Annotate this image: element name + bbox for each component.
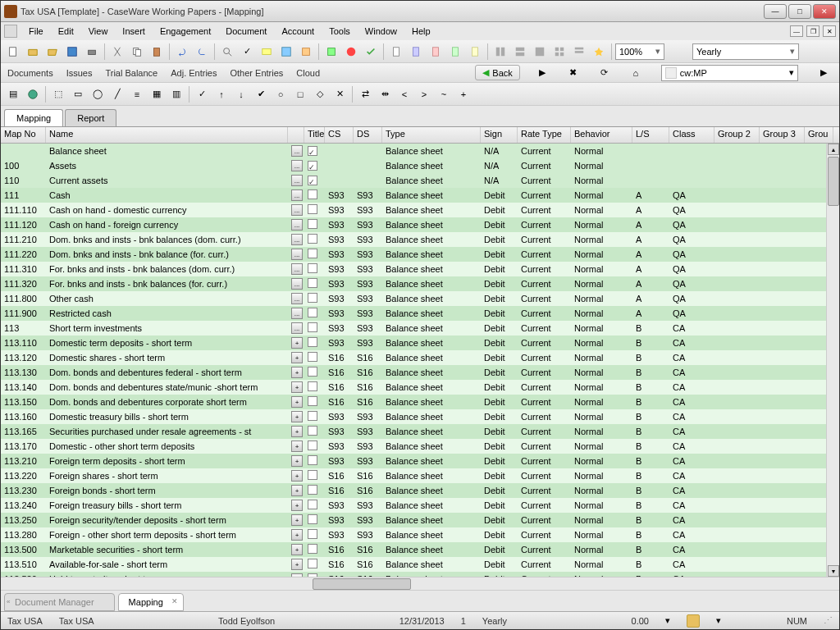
cell-cs[interactable]: S93 (325, 337, 354, 349)
col-behavior[interactable]: Behavior (571, 127, 632, 143)
cell-rate[interactable]: Current (518, 470, 571, 482)
cell-type[interactable]: Balance sheet (382, 396, 481, 408)
expand-button[interactable]: + (291, 441, 303, 452)
cell-sign[interactable]: Debit (481, 485, 518, 496)
cell-class[interactable]: CA (669, 559, 714, 570)
cell-rate[interactable]: Current (518, 381, 571, 393)
cell-behavior[interactable]: Normal (571, 470, 632, 482)
cell-class[interactable]: QA (669, 204, 714, 216)
cell-g2[interactable] (714, 180, 760, 181)
cell-name[interactable]: Assets (46, 160, 288, 171)
cell-ds[interactable]: S93 (354, 204, 382, 216)
cell-g3[interactable] (760, 460, 805, 462)
cell-map-no[interactable]: 113.120 (1, 352, 46, 363)
cell-sign[interactable]: Debit (481, 308, 518, 319)
stop-icon[interactable] (342, 43, 360, 61)
cell-type[interactable]: Balance sheet (382, 189, 481, 201)
cell-class[interactable]: QA (669, 263, 714, 275)
cell-map-no[interactable]: 113.500 (1, 544, 46, 555)
expand-button[interactable]: + (291, 470, 303, 482)
cell-map-no[interactable]: 113.160 (1, 411, 46, 422)
cell-class[interactable]: CA (669, 337, 714, 349)
cell-g3[interactable] (760, 372, 805, 373)
undo-icon[interactable] (173, 43, 191, 61)
cell-cs[interactable]: S93 (325, 308, 354, 319)
cell-map-no[interactable]: 111.120 (1, 219, 46, 231)
cell-rate[interactable]: Current (518, 367, 571, 378)
cell-sign[interactable]: Debit (481, 455, 518, 467)
table-row[interactable]: 111.210Dom. bnks and insts - bnk balance… (1, 232, 839, 247)
cell-ds[interactable]: S93 (354, 234, 382, 245)
cell-type[interactable]: Balance sheet (382, 470, 481, 482)
anno4-icon[interactable]: ╱ (108, 85, 126, 103)
table-row[interactable]: 113.230Foreign bonds - short term+S16S16… (1, 483, 839, 498)
table-row[interactable]: 113.150Dom. bonds and debentures corpora… (1, 395, 839, 409)
cell-rate[interactable]: Current (518, 308, 571, 319)
cell-map-no[interactable]: 113.150 (1, 396, 46, 408)
cell-map-no[interactable]: 113.230 (1, 485, 46, 496)
checkmark-icon[interactable]: ✔ (252, 85, 270, 103)
title-checkbox[interactable] (308, 367, 317, 377)
cell-type[interactable]: Balance sheet (382, 263, 481, 275)
cell-g2[interactable] (714, 519, 760, 521)
expand-button[interactable]: + (291, 455, 303, 467)
expand-button[interactable]: + (291, 426, 303, 437)
cell-behavior[interactable]: Normal (571, 249, 632, 260)
paste-icon[interactable] (148, 43, 166, 61)
cell-behavior[interactable]: Normal (571, 441, 632, 452)
cell-ds[interactable]: S93 (354, 426, 382, 437)
cell-class[interactable]: CA (669, 322, 714, 334)
cell-class[interactable]: CA (669, 470, 714, 482)
star-icon[interactable] (590, 43, 608, 61)
cell-ds[interactable] (354, 150, 382, 152)
cell-cs[interactable] (325, 180, 354, 181)
cell-behavior[interactable]: Normal (571, 189, 632, 201)
expand-button[interactable]: + (291, 352, 303, 363)
cell-behavior[interactable]: Normal (571, 455, 632, 467)
cell-g2[interactable] (714, 209, 760, 211)
col-type[interactable]: Type (382, 127, 481, 143)
title-checkbox[interactable] (308, 204, 317, 214)
cell-ds[interactable]: S93 (354, 219, 382, 231)
menu-file[interactable]: File (22, 25, 50, 38)
cell-rate[interactable]: Current (518, 441, 571, 452)
cell-rate[interactable]: Current (518, 559, 571, 570)
tile1-icon[interactable] (491, 43, 509, 61)
title-checkbox[interactable] (308, 146, 317, 156)
cell-g3[interactable] (760, 239, 805, 240)
cell-behavior[interactable]: Normal (571, 322, 632, 334)
cell-g2[interactable] (714, 268, 760, 270)
cell-ls[interactable]: B (632, 322, 669, 334)
cell-cs[interactable]: S93 (325, 234, 354, 245)
col-group2[interactable]: Group 2 (714, 127, 760, 143)
tickmark-icon[interactable] (277, 43, 295, 61)
title-checkbox[interactable] (308, 278, 317, 288)
cell-g3[interactable] (760, 180, 805, 181)
menu-window[interactable]: Window (358, 25, 404, 38)
expand-button[interactable]: ... (291, 189, 303, 201)
cell-g2[interactable] (714, 283, 760, 285)
cell-map-no[interactable]: 111.110 (1, 204, 46, 216)
folder-icon[interactable] (687, 614, 700, 628)
cell-rate[interactable]: Current (518, 234, 571, 245)
table-row[interactable]: 113.510Available-for-sale - short term+S… (1, 557, 839, 572)
cell-rate[interactable]: Current (518, 396, 571, 408)
cell-map-no[interactable]: 113.165 (1, 426, 46, 437)
cell-type[interactable]: Balance sheet (382, 485, 481, 496)
cell-rate[interactable]: Current (518, 263, 571, 275)
cell-name[interactable]: Domestic shares - short term (46, 352, 288, 363)
cell-sign[interactable]: Debit (481, 544, 518, 555)
cell-sign[interactable]: Debit (481, 367, 518, 378)
cell-rate[interactable]: Current (518, 337, 571, 349)
cell-class[interactable]: QA (669, 293, 714, 304)
cell-sign[interactable]: Debit (481, 500, 518, 511)
col-ls[interactable]: L/S (632, 127, 669, 143)
cell-ls[interactable]: B (632, 544, 669, 555)
cell-class[interactable]: CA (669, 500, 714, 511)
cell-rate[interactable]: Current (518, 249, 571, 260)
cell-map-no[interactable]: 111.220 (1, 249, 46, 260)
title-checkbox[interactable] (308, 485, 317, 495)
cell-g2[interactable] (714, 327, 760, 329)
unlink-icon[interactable]: ⇹ (376, 85, 394, 103)
cell-g3[interactable] (760, 416, 805, 418)
